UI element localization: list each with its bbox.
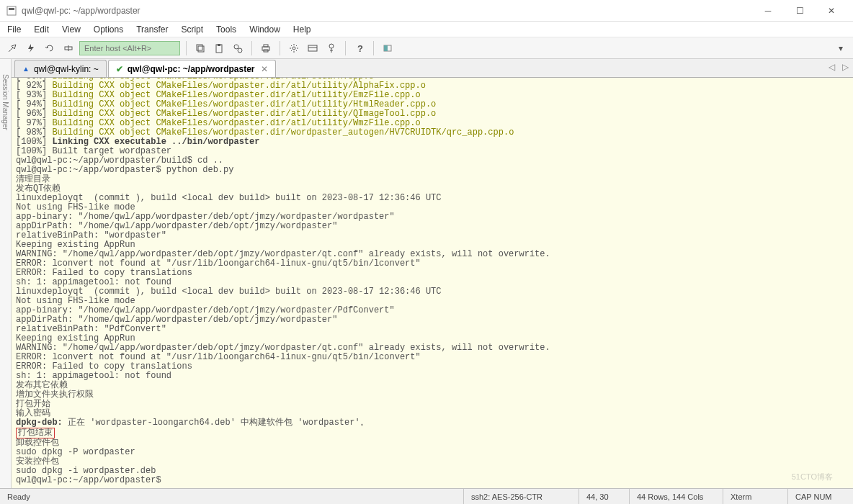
close-button[interactable]: ✕ bbox=[816, 1, 847, 21]
settings-icon[interactable] bbox=[286, 40, 302, 56]
tabs-row: ▲ qwl@qwl-kylin: ~ ✔ qwl@qwl-pc: ~/app/w… bbox=[0, 59, 853, 78]
session-options-icon[interactable] bbox=[305, 40, 321, 56]
close-tab-icon[interactable]: ✕ bbox=[261, 64, 268, 74]
status-size: 44 Rows, 144 Cols bbox=[630, 489, 723, 504]
svg-rect-0 bbox=[7, 6, 16, 15]
menu-view[interactable]: View bbox=[62, 24, 81, 35]
separator bbox=[373, 41, 374, 55]
find-icon[interactable] bbox=[230, 40, 246, 56]
copy-icon[interactable] bbox=[192, 40, 208, 56]
svg-text:?: ? bbox=[357, 43, 363, 53]
svg-rect-1 bbox=[9, 8, 14, 10]
warning-icon: ▲ bbox=[22, 65, 30, 73]
paste-icon[interactable] bbox=[211, 40, 227, 56]
keymap-icon[interactable] bbox=[323, 40, 339, 56]
svg-point-8 bbox=[234, 45, 238, 49]
app-icon bbox=[6, 5, 17, 17]
toggle-icon[interactable] bbox=[380, 40, 396, 56]
host-input[interactable] bbox=[79, 41, 180, 55]
check-icon: ✔ bbox=[116, 64, 123, 74]
svg-rect-14 bbox=[308, 45, 317, 51]
print-icon[interactable] bbox=[258, 40, 274, 56]
svg-point-9 bbox=[238, 48, 242, 53]
svg-rect-21 bbox=[384, 45, 388, 51]
svg-point-13 bbox=[292, 47, 295, 50]
menu-tools[interactable]: Tools bbox=[216, 24, 236, 35]
tab-wordpaster[interactable]: ✔ qwl@qwl-pc: ~/app/wordpaster ✕ bbox=[108, 60, 276, 77]
status-connection: ssh2: AES-256-CTR bbox=[464, 489, 579, 504]
separator bbox=[280, 41, 280, 55]
connect-icon[interactable] bbox=[4, 40, 20, 56]
quick-connect-icon[interactable] bbox=[23, 40, 39, 56]
terminal-area: [ 90%] Building CXX object CMakeFiles/wo… bbox=[0, 78, 853, 488]
toolbar: ? ▾ bbox=[0, 37, 853, 59]
svg-rect-11 bbox=[264, 45, 268, 47]
disconnect-icon[interactable] bbox=[61, 40, 76, 56]
svg-point-16 bbox=[329, 44, 334, 48]
svg-rect-4 bbox=[197, 45, 202, 50]
tab-kylin[interactable]: ▲ qwl@qwl-kylin: ~ bbox=[14, 60, 107, 77]
reconnect-icon[interactable] bbox=[42, 40, 58, 56]
status-caps: CAP NUM bbox=[788, 489, 853, 504]
tab-prev-icon[interactable]: ◁ bbox=[829, 62, 835, 72]
menu-bar: File Edit View Options Transfer Script T… bbox=[0, 22, 853, 37]
help-icon[interactable]: ? bbox=[352, 40, 367, 56]
toolbar-menu-icon[interactable]: ▾ bbox=[833, 40, 849, 56]
title-bar: qwl@qwl-pc: ~/app/wordpaster ─ ☐ ✕ bbox=[0, 0, 853, 22]
status-cursor: 44, 30 bbox=[579, 489, 630, 504]
window-controls: ─ ☐ ✕ bbox=[752, 1, 847, 21]
maximize-button[interactable]: ☐ bbox=[784, 1, 816, 21]
menu-edit[interactable]: Edit bbox=[34, 24, 49, 35]
svg-rect-5 bbox=[198, 46, 204, 52]
status-bar: Ready ssh2: AES-256-CTR 44, 30 44 Rows, … bbox=[0, 488, 853, 504]
separator bbox=[186, 41, 187, 55]
tab-next-icon[interactable]: ▷ bbox=[842, 62, 849, 72]
menu-help[interactable]: Help bbox=[293, 24, 311, 35]
tab-nav: ◁ ▷ bbox=[829, 62, 849, 72]
menu-options[interactable]: Options bbox=[94, 24, 123, 35]
menu-script[interactable]: Script bbox=[181, 24, 203, 35]
status-term: Xterm bbox=[723, 489, 788, 504]
tab-label: qwl@qwl-kylin: ~ bbox=[34, 64, 99, 74]
menu-file[interactable]: File bbox=[7, 24, 21, 35]
separator bbox=[345, 41, 346, 55]
menu-transfer[interactable]: Transfer bbox=[136, 24, 168, 35]
status-ready: Ready bbox=[0, 489, 464, 504]
tab-label: qwl@qwl-pc: ~/app/wordpaster bbox=[128, 64, 255, 74]
session-manager-tab[interactable]: Session Manager bbox=[0, 59, 12, 145]
terminal[interactable]: [ 90%] Building CXX object CMakeFiles/wo… bbox=[12, 78, 853, 488]
separator bbox=[251, 41, 252, 55]
watermark: 51CTO博客 bbox=[792, 472, 833, 482]
menu-window[interactable]: Window bbox=[249, 24, 280, 35]
minimize-button[interactable]: ─ bbox=[752, 1, 784, 21]
svg-rect-7 bbox=[218, 44, 220, 46]
window-title: qwl@qwl-pc: ~/app/wordpaster bbox=[22, 6, 752, 16]
